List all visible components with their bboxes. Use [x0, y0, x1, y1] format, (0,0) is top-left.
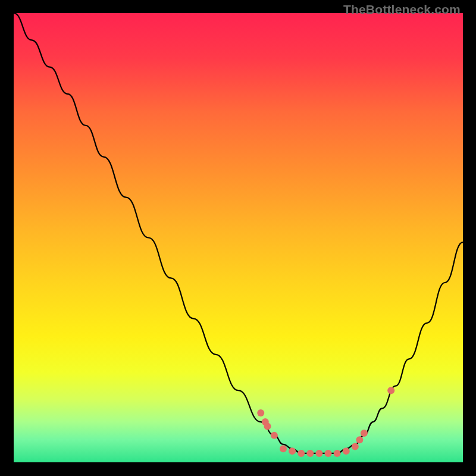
- chart-svg: [14, 13, 463, 462]
- data-point: [280, 445, 287, 452]
- data-point: [352, 443, 359, 450]
- data-point: [257, 409, 264, 416]
- data-point: [334, 450, 341, 457]
- data-point: [387, 387, 394, 394]
- data-point: [298, 450, 305, 457]
- data-point: [356, 436, 363, 443]
- data-point: [325, 450, 332, 457]
- chart-frame: TheBottleneck.com: [0, 0, 476, 476]
- gradient-background: [14, 13, 463, 462]
- plot-area: [14, 13, 463, 462]
- watermark-label: TheBottleneck.com: [343, 2, 461, 17]
- data-point: [315, 450, 322, 457]
- data-point: [264, 423, 271, 430]
- data-point: [306, 450, 314, 457]
- data-point: [343, 447, 350, 455]
- data-point: [271, 432, 278, 439]
- data-point: [289, 447, 296, 455]
- data-point: [361, 430, 368, 437]
